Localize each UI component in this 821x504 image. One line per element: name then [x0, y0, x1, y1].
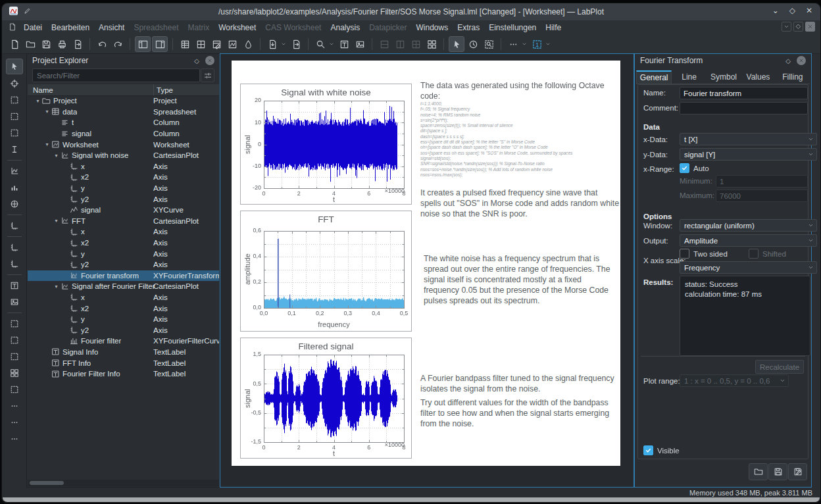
recalculate-button[interactable]: Recalculate	[755, 360, 804, 374]
x-data-combobox[interactable]: t [X]	[680, 133, 817, 145]
close-dock-icon[interactable]	[797, 56, 806, 65]
pointer-icon[interactable]	[449, 36, 464, 52]
name-input[interactable]: Fourier transform	[680, 87, 808, 99]
ink-icon[interactable]	[241, 37, 255, 51]
tree-row-fft[interactable]: ▾FFTCartesianPlot	[28, 216, 219, 227]
save-as-template-button[interactable]	[788, 463, 807, 480]
dots-icon[interactable]	[506, 37, 520, 51]
tree-row-project[interactable]: ▾ProjectProject	[28, 95, 219, 107]
tree-row-x2[interactable]: x2Axis	[28, 172, 219, 183]
two-sided-checkbox[interactable]: Two sided	[680, 249, 728, 259]
text-label-octave-code[interactable]: t=1:1:4000;f=.05; % Signal frequencynois…	[420, 101, 618, 178]
menu-datei[interactable]: Datei	[19, 22, 47, 34]
menu-bearbeiten[interactable]: Bearbeiten	[47, 22, 94, 34]
matrix-icon[interactable]	[193, 37, 208, 51]
window-combobox[interactable]: rectangular (uniform)	[680, 219, 817, 232]
filter-options-button[interactable]	[201, 68, 214, 82]
dash-icon[interactable]	[7, 109, 22, 124]
menu-worksheet[interactable]: Worksheet	[214, 22, 261, 34]
x-axis-scale-combobox[interactable]: Frequency	[680, 261, 817, 274]
auto-checkbox[interactable]: Auto	[680, 163, 709, 173]
search-input[interactable]: Search/Filter	[32, 68, 200, 82]
arrange-icon[interactable]	[424, 37, 439, 51]
zoom-sel-icon[interactable]	[313, 37, 328, 51]
output-combobox[interactable]: Amplitude	[680, 234, 817, 247]
axis-icon[interactable]	[7, 240, 22, 255]
dash-icon[interactable]	[7, 349, 22, 364]
expand-arrow-icon[interactable]: ▾	[34, 98, 41, 104]
zoomsel-icon[interactable]	[482, 37, 496, 51]
pointer-icon[interactable]	[6, 59, 23, 74]
tree-row-y[interactable]: yAxis	[28, 248, 219, 259]
tree-header[interactable]: Name Type	[28, 84, 219, 96]
crosshair-icon[interactable]	[7, 76, 22, 91]
compass-icon[interactable]	[7, 197, 22, 211]
float-dock-icon[interactable]: ◇	[784, 56, 793, 65]
dash-icon[interactable]	[7, 316, 22, 331]
tree-row-x[interactable]: xAxis	[28, 226, 219, 238]
menu-hilfe[interactable]: Hilfe	[541, 22, 566, 34]
folder-icon[interactable]	[23, 37, 37, 51]
close-dock-icon[interactable]	[205, 56, 214, 65]
floppy-icon[interactable]	[39, 37, 53, 51]
expand-arrow-icon[interactable]: ▾	[53, 284, 60, 290]
plot-signal-with-noise[interactable]: Signal with white noise signal t ×10000	[240, 84, 412, 205]
comment-input[interactable]	[680, 102, 808, 114]
visible-checkbox[interactable]: Visible	[643, 445, 680, 455]
doc-export-icon[interactable]	[70, 37, 85, 51]
dash-icon[interactable]	[7, 126, 22, 140]
restore-icon[interactable]	[793, 22, 803, 32]
tree-row-signal-with-noise[interactable]: ▾Signal with noiseCartesianPlot	[28, 150, 219, 161]
expand-arrow-icon[interactable]: ▾	[43, 141, 51, 147]
tree-row-fourier-transform[interactable]: Fourier transformXYFourierTransformCurve	[28, 270, 219, 282]
worksheet-icon[interactable]	[225, 37, 239, 51]
tab-filling[interactable]: Filling	[776, 70, 810, 84]
tree-row-worksheet[interactable]: ▾WorksheetWorksheet	[28, 139, 219, 150]
menu-analysis[interactable]: Analysis	[326, 22, 364, 34]
column-header-type[interactable]: Type	[153, 84, 173, 95]
close-menu-icon[interactable]	[805, 22, 815, 32]
text-label-sos-description[interactable]: It creates a pulsed fixed frequency sine…	[420, 188, 619, 219]
tree-row-y2[interactable]: y2Axis	[28, 259, 219, 270]
menubar-app-icon[interactable]	[9, 23, 16, 33]
arrange-icon[interactable]	[7, 366, 22, 380]
ibeam-icon[interactable]	[7, 142, 22, 157]
text-label-fft-info[interactable]: The white noise has a frequency spectrum…	[424, 253, 614, 306]
spreadsheet-icon[interactable]	[178, 37, 192, 51]
plotaxes-icon[interactable]	[7, 164, 22, 178]
panel-r-icon[interactable]	[152, 36, 168, 52]
image-icon[interactable]	[353, 37, 367, 51]
dash-icon[interactable]	[7, 93, 22, 107]
expand-arrow-icon[interactable]: ▾	[53, 153, 60, 159]
float-dock-icon[interactable]: ◇	[192, 56, 201, 65]
text-icon[interactable]	[7, 278, 22, 293]
tab-general[interactable]: General	[636, 70, 672, 84]
titlebar[interactable]: /usr/share/labplot2/examples/Analysis/Fo…	[2, 3, 820, 20]
tree-row-x2[interactable]: x2Axis	[28, 303, 219, 314]
horizontal-scrollbar[interactable]	[28, 480, 219, 486]
tree-row-y2[interactable]: y2Axis	[28, 324, 219, 336]
redo-icon[interactable]	[111, 37, 125, 51]
histogram-icon[interactable]	[7, 180, 22, 195]
axis-icon[interactable]	[7, 257, 22, 271]
undo-icon[interactable]	[95, 37, 109, 51]
dots-icon[interactable]	[7, 399, 22, 413]
save-config-button[interactable]	[768, 463, 787, 480]
text-label-try-info[interactable]: Try out different values for the width o…	[420, 397, 618, 429]
worksheet-page[interactable]: Signal with white noise signal t ×10000 …	[232, 61, 620, 466]
column-header-name[interactable]: Name	[28, 86, 153, 94]
load-config-button[interactable]	[749, 463, 768, 480]
printer-icon[interactable]	[55, 37, 69, 51]
scrollbar-thumb[interactable]	[30, 481, 64, 485]
tab-symbol[interactable]: Symbol	[707, 70, 741, 84]
tree-row-x[interactable]: xAxis	[28, 161, 219, 172]
properties-titlebar[interactable]: Fourier Transform ◇	[635, 54, 811, 67]
close-button[interactable]: ✕	[806, 6, 812, 15]
tree-row-signal[interactable]: signalColumn	[28, 128, 219, 139]
tree-row-t[interactable]: tColumn	[28, 117, 219, 128]
plot-fft[interactable]: FFT amplitude frequency	[240, 211, 412, 332]
panel-l-icon[interactable]	[135, 36, 151, 52]
tree-row-y[interactable]: yAxis	[28, 183, 219, 194]
dash-icon[interactable]	[7, 333, 22, 347]
menu-extras[interactable]: Extras	[453, 22, 484, 34]
